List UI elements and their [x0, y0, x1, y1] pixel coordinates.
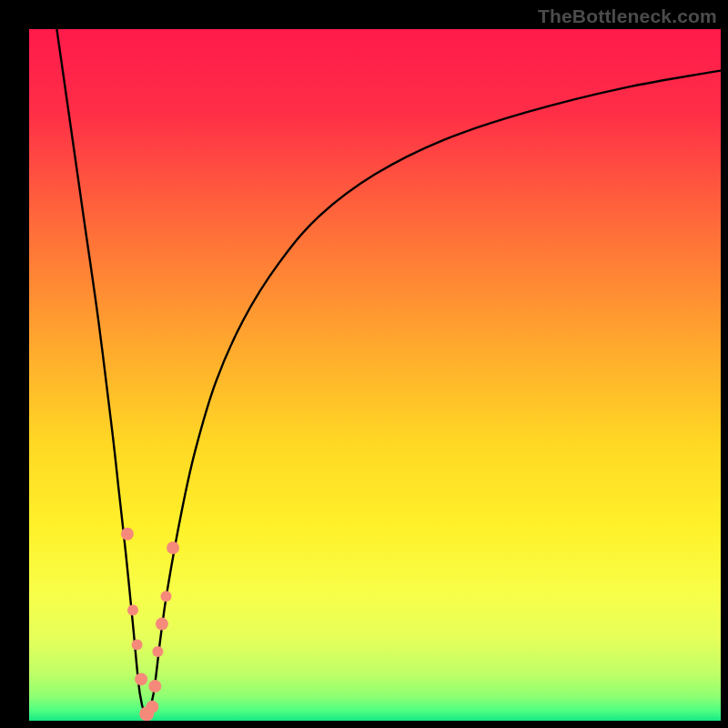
watermark-text: TheBottleneck.com [538, 5, 717, 27]
data-marker [146, 701, 158, 713]
data-marker [127, 604, 138, 615]
data-marker [156, 618, 168, 631]
chart-frame: TheBottleneck.com [0, 0, 728, 728]
data-marker [160, 591, 171, 602]
data-marker [135, 672, 147, 685]
data-marker [148, 680, 161, 693]
data-marker [152, 646, 163, 657]
plot-area [29, 29, 721, 721]
data-marker [167, 541, 179, 554]
data-marker [132, 639, 143, 650]
data-marker [121, 528, 134, 541]
bottleneck-chart [29, 29, 721, 721]
